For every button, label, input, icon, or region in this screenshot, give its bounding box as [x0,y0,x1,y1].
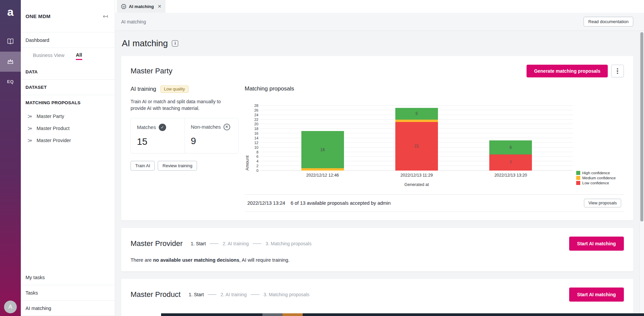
merge-arrow-icon [28,138,33,143]
message-prefix: There are [131,257,153,263]
chart-legend: High confidenceMedium confidenceLow conf… [573,170,624,185]
sidebar-section-dataset[interactable]: DATASET [21,79,115,95]
sidebar-item-my-tasks[interactable]: My tasks [21,270,115,285]
tab-label: AI matching [129,4,154,9]
view-proposals-button[interactable]: View proposals [584,199,621,207]
plot-area: 1621576 [260,106,573,171]
read-documentation-button[interactable]: Read documentation [584,17,633,26]
proposal-timestamp: 2022/12/13 13:24 [247,200,285,206]
icon-rail: a EQ A [0,0,21,316]
svg-text:AI: AI [122,5,125,8]
y-tick-label: 10 [254,145,258,149]
collapse-sidebar-icon[interactable]: ↤ [103,13,108,19]
breadcrumb: AI matching [121,19,146,24]
matches-label-row: Matches ✓ [137,124,185,131]
breadcrumb-bar: AI matching Read documentation [115,13,644,31]
step-ai-training: 2. AI training [222,241,249,246]
start-ai-matching-button-provider[interactable]: Start AI matching [569,237,624,251]
info-icon[interactable]: i [172,40,178,47]
non-matches-cell: Non-matches ✕ 9 [185,118,239,153]
sidebar-item-dashboard[interactable]: Dashboard [21,33,115,48]
kebab-menu-button[interactable] [611,65,624,77]
data-browser-search-icon[interactable]: EQ [0,72,21,92]
master-party-title: Master Party [131,67,172,75]
matching-proposals-heading: Matching proposals [245,85,624,92]
sidebar-item-ai-matching[interactable]: AI matching [21,301,115,316]
stacked-bar[interactable]: 16 [301,131,344,171]
sidebar-section-data[interactable]: DATA [21,64,115,79]
train-ai-button[interactable]: Train AI [131,161,155,171]
proposal-summary: 6 of 13 available proposals accepted by … [291,200,391,206]
non-matches-value: 9 [191,136,239,146]
y-tick-label: 6 [256,154,258,159]
x-axis-ticks: 2022/12/12 12:462022/12/13 11:292022/12/… [260,173,573,178]
master-provider-title: Master Provider [131,239,183,248]
page-title-row: AI matching i [122,38,633,49]
legend-swatch [576,181,580,185]
x-circle-icon: ✕ [224,124,230,130]
y-tick-label: 24 [254,113,258,117]
sidebar-item-master-party[interactable]: Master Party [21,110,115,122]
provider-message: There are no available user matching dec… [131,257,624,263]
user-avatar[interactable]: A [4,301,17,313]
start-ai-matching-button-product[interactable]: Start AI matching [569,288,624,302]
y-axis-label: Amount [245,106,250,171]
generate-matching-proposals-button[interactable]: Generate matching proposals [527,65,608,77]
stacked-bar[interactable]: 76 [489,140,532,171]
y-tick-label: 4 [256,159,258,163]
ai-training-heading: AI training [131,86,156,92]
proposals-chart: Amount 0246810121416182022242628 1621576… [245,100,624,187]
master-product-card: Master Product 1. Start 2. AI training 3… [121,279,633,316]
x-tick-label: 2022/12/13 13:20 [464,173,558,178]
y-tick-label: 28 [254,104,258,108]
master-product-title: Master Product [131,290,181,299]
bar-segment-high-confidence: 5 [395,108,438,120]
tab-bar: AI AI matching ✕ [115,0,644,13]
low-quality-badge: Low quality [160,85,189,93]
legend-swatch [576,176,580,180]
vertical-scrollbar[interactable] [639,31,644,316]
strip-segment-gray [262,313,283,316]
catalog-book-icon[interactable] [0,31,21,52]
close-tab-icon[interactable]: ✕ [157,4,161,9]
page-title: AI matching [122,38,168,49]
y-tick-label: 20 [254,122,258,126]
sidebar-item-tasks[interactable]: Tasks [21,285,115,301]
bar-segment-high-confidence: 16 [301,131,344,168]
y-tick-label: 14 [254,136,258,140]
tab-ai-matching[interactable]: AI AI matching ✕ [117,0,165,13]
tab-all[interactable]: All [76,52,82,60]
y-tick-label: 16 [254,131,258,135]
sidebar-section-matching-proposals[interactable]: MATCHING PROPOSALS [21,95,115,110]
main-area: AI AI matching ✕ AI matching Read docume… [115,0,644,316]
step-matching-proposals: 3. Matching proposals [263,292,309,297]
check-circle-icon: ✓ [159,124,166,131]
legend-swatch [576,171,580,175]
strip-segment-orange [283,313,303,316]
step-connector [210,243,218,244]
y-tick-label: 0 [256,169,258,173]
tab-business-view[interactable]: Business View [33,53,64,59]
mdm-crown-icon[interactable] [0,52,21,72]
sidebar-item-master-product[interactable]: Master Product [21,122,115,134]
stacked-bar[interactable]: 215 [395,108,438,171]
bar-slot: 16 [276,106,369,171]
matches-cell: Matches ✓ 15 [131,118,185,153]
bar-segment-low-confidence: 21 [395,122,438,171]
step-matching-proposals: 3. Matching proposals [265,241,311,246]
legend-item: Low confidence [576,181,624,185]
bar-segment-high-confidence: 6 [489,140,532,154]
rail-icon-list: EQ [0,31,21,92]
page-content: AI matching i Master Party Generate matc… [115,31,644,316]
review-training-button[interactable]: Review training [158,161,197,171]
app-root: a EQ A ONE MDM ↤ Dashboard [0,0,644,316]
app-logo[interactable]: a [7,6,14,17]
sidebar-item-master-provider[interactable]: Master Provider [21,134,115,146]
ai-training-description: Train AI or match and split data manuall… [131,98,231,112]
message-bold: no available user matching decisions [153,257,239,263]
bar-segment-medium-confidence [395,120,438,122]
step-connector [253,243,261,244]
scrollbar-thumb[interactable] [640,32,643,222]
y-tick-label: 26 [254,108,258,112]
step-connector [251,294,259,295]
